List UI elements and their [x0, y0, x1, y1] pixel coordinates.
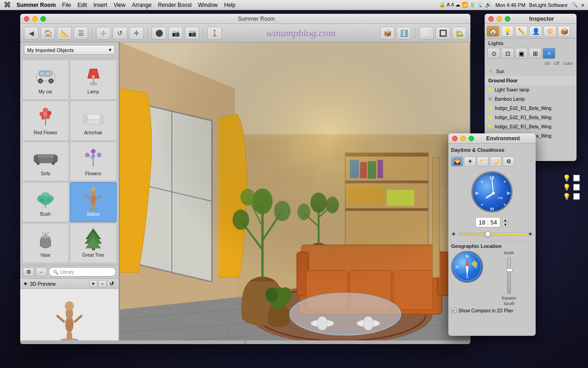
- insp-tab-bulb[interactable]: 🔆: [543, 26, 556, 37]
- menu-window[interactable]: Window: [198, 2, 218, 8]
- brightness-thumb[interactable]: [485, 231, 491, 237]
- light-add-btn[interactable]: ＋: [543, 48, 555, 59]
- env-dawn-btn[interactable]: 🌄: [451, 156, 463, 167]
- lat-thumb[interactable]: [506, 268, 513, 272]
- menu-edit[interactable]: Edit: [78, 2, 87, 8]
- preview-zoom-controls: + - ↺: [89, 280, 116, 288]
- object-vase[interactable]: Vase: [22, 223, 69, 263]
- home-btn[interactable]: 🏡: [452, 27, 467, 40]
- env-cloud-btn[interactable]: ⛅: [477, 156, 489, 167]
- inspector-minimize[interactable]: [497, 16, 502, 22]
- time-step-down[interactable]: ▼: [502, 222, 509, 227]
- menubar-search-icon[interactable]: 🔍: [571, 2, 578, 8]
- select-btn[interactable]: ⊹: [96, 27, 111, 40]
- sun-item[interactable]: ☀ Sun: [485, 67, 577, 76]
- move-btn[interactable]: ✛: [129, 27, 144, 40]
- color-box-1[interactable]: [573, 175, 580, 181]
- env-night-btn[interactable]: 🌙: [490, 156, 502, 167]
- view3d-btn[interactable]: 🔲: [435, 27, 450, 40]
- list-btn[interactable]: ☰: [74, 27, 88, 40]
- lat-south: South: [503, 301, 514, 306]
- menubar-extra-icon[interactable]: ≡: [582, 2, 584, 8]
- view2d-btn[interactable]: ⬜: [419, 27, 434, 40]
- light-list: ☀ Sun Ground Floor Light Tower lamp Bamb…: [485, 67, 577, 140]
- person-btn[interactable]: 🚶: [207, 27, 222, 40]
- cube-btn[interactable]: 📦: [380, 27, 395, 40]
- light-item-0[interactable]: Light Tower lamp: [485, 85, 577, 94]
- object-lamp[interactable]: Lamp: [70, 60, 117, 100]
- light-type-2[interactable]: ⊡: [501, 48, 514, 59]
- light-type-4[interactable]: ⊞: [529, 48, 542, 59]
- object-sofa[interactable]: Sofa: [22, 142, 69, 182]
- floorplan-btn[interactable]: 🏠: [40, 27, 55, 40]
- camera-btn[interactable]: 📷: [168, 27, 183, 40]
- light-item-1[interactable]: Bamboo Lamp: [485, 94, 577, 104]
- light-item-3[interactable]: Indigo_Ed2_R1_Beta_Wing: [485, 113, 577, 122]
- color-box-2[interactable]: [573, 184, 580, 190]
- apple-menu[interactable]: ⌘: [4, 0, 11, 9]
- object-red-flower[interactable]: Red Flower: [22, 101, 69, 141]
- light-type-3[interactable]: ▣: [515, 48, 528, 59]
- menu-arrange[interactable]: Arrange: [132, 2, 152, 8]
- time-input[interactable]: [475, 217, 500, 227]
- object-statue[interactable]: Statue: [70, 182, 117, 222]
- object-great-tree[interactable]: Great Tree: [70, 223, 117, 263]
- env-maximize[interactable]: [469, 136, 474, 141]
- insp-tab-light[interactable]: 💡: [501, 26, 514, 37]
- objects-dropdown[interactable]: My Imported Objects ▾: [24, 45, 115, 55]
- back-button[interactable]: ◀: [24, 27, 39, 40]
- compass[interactable]: N E S W: [451, 251, 483, 283]
- menu-file[interactable]: File: [62, 2, 71, 8]
- env-minimize[interactable]: [460, 136, 466, 141]
- lat-track[interactable]: [507, 257, 511, 294]
- rotate-btn[interactable]: ↺: [113, 27, 127, 40]
- elevation-btn[interactable]: 📐: [57, 27, 72, 40]
- svg-line-157: [481, 204, 483, 206]
- view-3d[interactable]: [119, 42, 470, 344]
- daytime-label: Daytime & Cloudiness: [451, 146, 533, 154]
- bottom-resize-bar[interactable]: |||: [20, 340, 470, 344]
- insp-tab-edit[interactable]: ✏️: [515, 26, 528, 37]
- color-box-3[interactable]: [573, 193, 580, 200]
- show-compass-checkbox[interactable]: ✓: [451, 308, 457, 313]
- maximize-button[interactable]: [40, 16, 46, 22]
- svg-line-45: [85, 196, 89, 198]
- light-item-4[interactable]: Indigo_Ed2_R1_Beta_Wing: [485, 122, 577, 131]
- object-my-car[interactable]: My car: [22, 60, 69, 100]
- col-color: Color: [563, 61, 573, 66]
- light-type-1[interactable]: ⊙: [487, 48, 500, 59]
- insp-tab-box[interactable]: 📦: [558, 26, 571, 37]
- inspector-close[interactable]: [488, 16, 494, 22]
- minimize-button[interactable]: [32, 16, 38, 22]
- object-armchair[interactable]: Armchair: [70, 101, 117, 141]
- menu-help[interactable]: Help: [224, 2, 236, 8]
- env-close[interactable]: [452, 136, 458, 141]
- menu-render[interactable]: Render Boost: [158, 2, 192, 8]
- inspector-maximize[interactable]: [505, 16, 510, 22]
- object-flowers[interactable]: Flowers: [70, 142, 117, 182]
- app-name[interactable]: Summer Room: [17, 2, 56, 8]
- insp-tab-person[interactable]: 👤: [529, 26, 542, 37]
- env-custom-btn[interactable]: ⚙: [503, 156, 514, 167]
- lights-section-label: Lights: [485, 39, 577, 47]
- circle-btn[interactable]: ⚫: [152, 27, 166, 40]
- col-header-color: Color: [579, 168, 588, 172]
- close-button[interactable]: [24, 16, 29, 22]
- zoom-out-btn[interactable]: -: [98, 280, 107, 288]
- zoom-refresh-btn[interactable]: ↺: [107, 280, 116, 288]
- insp-tab-home[interactable]: 🏠: [486, 26, 499, 37]
- menu-view[interactable]: View: [113, 2, 125, 8]
- settings-btn[interactable]: ⚙: [23, 267, 34, 276]
- photo-btn[interactable]: 📸: [185, 27, 199, 40]
- env-day-btn[interactable]: ☀: [464, 156, 476, 167]
- object-bush[interactable]: Bush: [22, 182, 69, 222]
- light-item-2[interactable]: Indigo_Ed2_R1_Beta_Wing: [485, 104, 577, 113]
- preview-header[interactable]: ▼ 3D Preview + - ↺: [20, 279, 119, 289]
- search-field[interactable]: 🔍 Library: [49, 267, 116, 276]
- info-btn[interactable]: ℹ️: [396, 27, 411, 40]
- brightness-track[interactable]: [458, 233, 526, 236]
- menu-insert[interactable]: Insert: [93, 2, 107, 8]
- zoom-in-btn[interactable]: +: [89, 280, 97, 288]
- time-step-up[interactable]: ▲: [502, 218, 509, 222]
- armchair-icon: [79, 104, 107, 129]
